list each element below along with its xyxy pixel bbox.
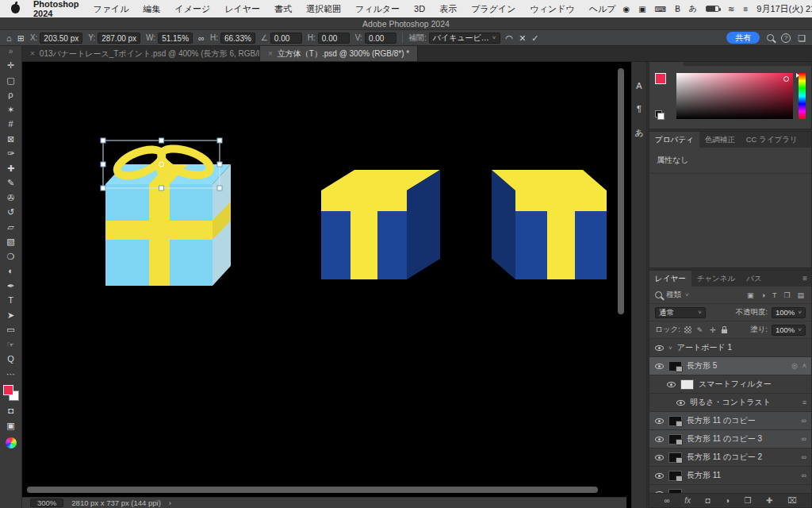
- w-value[interactable]: 51.15%: [158, 33, 193, 44]
- layer-row-partial[interactable]: [649, 485, 811, 493]
- panel-menu-icon[interactable]: ≡: [802, 271, 811, 287]
- lock-pixels-icon[interactable]: ✎: [695, 326, 705, 334]
- creative-cloud-icon[interactable]: [6, 437, 17, 448]
- angle-value[interactable]: 0.00: [270, 33, 302, 44]
- history-brush-tool[interactable]: ↺: [0, 205, 21, 220]
- control-center-icon[interactable]: ≡: [743, 5, 748, 13]
- tab-adjustments[interactable]: 色調補正: [699, 132, 741, 148]
- workspace-switcher-icon[interactable]: ❏: [798, 30, 806, 46]
- h-value[interactable]: 66.33%: [220, 33, 255, 44]
- adjustment-layer-icon[interactable]: ◑: [725, 496, 730, 505]
- lasso-tool[interactable]: ρ: [0, 87, 21, 102]
- height-field[interactable]: H: 66.33%: [210, 33, 255, 44]
- smart-filter-badge-icon[interactable]: ◎: [791, 362, 798, 370]
- width-field[interactable]: W: 51.15%: [146, 33, 193, 44]
- wifi-icon[interactable]: ≋: [728, 5, 734, 13]
- filter-options-icon[interactable]: ≡: [802, 398, 806, 406]
- link-layers-icon[interactable]: ∞: [665, 496, 670, 505]
- link-icon[interactable]: ∞: [802, 471, 806, 479]
- visibility-eye-icon[interactable]: [655, 455, 664, 460]
- menu-type[interactable]: 書式: [267, 3, 299, 15]
- collapse-tools-icon[interactable]: »: [0, 47, 21, 58]
- layer-effects-icon[interactable]: fx: [684, 496, 691, 505]
- cancel-transform-icon[interactable]: ✕: [519, 30, 526, 46]
- h-skew-field[interactable]: H: 0.00: [308, 33, 350, 44]
- crop-tool[interactable]: #: [0, 117, 21, 132]
- filter-adjustment-icon[interactable]: ◑: [759, 291, 766, 299]
- move-tool[interactable]: ✛: [0, 58, 21, 73]
- ime-icon[interactable]: あ: [689, 3, 697, 14]
- pen-tool[interactable]: ✒: [0, 279, 21, 294]
- screen-mode-icon[interactable]: ▣: [0, 418, 21, 433]
- link-icon[interactable]: ∞: [802, 435, 806, 443]
- interpolation-field[interactable]: 補間: バイキュービ… ˅: [408, 33, 500, 44]
- hand-tool[interactable]: ☞: [0, 337, 21, 352]
- layer-row-rect11[interactable]: 長方形 11 ∞: [649, 467, 811, 485]
- filter-mask-thumbnail[interactable]: [680, 379, 694, 390]
- document-tab-cube[interactable]: × 立方体（T）.psd @ 300% (RGB/8*) *: [260, 46, 418, 61]
- color-picker-dot[interactable]: [783, 76, 789, 82]
- chevron-down-icon[interactable]: ˅: [668, 344, 672, 352]
- h-skew-value[interactable]: 0.00: [318, 33, 350, 44]
- layer-row-rect5[interactable]: 長方形 5 ◎ ˄: [649, 357, 811, 375]
- filter-kind-dropdown[interactable]: 種類: [666, 290, 681, 300]
- shape-tool[interactable]: ▭: [0, 322, 21, 337]
- search-icon[interactable]: [767, 34, 774, 41]
- bw-swatch[interactable]: [655, 110, 662, 117]
- blur-tool[interactable]: ❍: [0, 249, 21, 264]
- layer-name[interactable]: スマートフィルター: [699, 379, 806, 390]
- visibility-eye-icon[interactable]: [655, 345, 664, 351]
- dodge-tool[interactable]: ◐: [0, 264, 21, 279]
- paragraph-icon[interactable]: ¶: [637, 104, 642, 114]
- layer-name[interactable]: 長方形 11 のコピー 3: [687, 433, 797, 444]
- layer-name[interactable]: 長方形 5: [687, 360, 787, 371]
- hue-slider-marker[interactable]: [796, 73, 799, 78]
- visibility-eye-icon[interactable]: [676, 400, 685, 406]
- lock-transparency-icon[interactable]: [684, 326, 691, 333]
- reference-point-icon[interactable]: ⊞: [17, 30, 25, 46]
- layer-name[interactable]: 長方形 11: [687, 470, 797, 481]
- hue-slider[interactable]: [799, 73, 806, 119]
- menu-3d[interactable]: 3D: [407, 4, 432, 13]
- screen-mirroring-icon[interactable]: ◉: [623, 5, 630, 13]
- filter-smart-icon[interactable]: ▤: [795, 291, 806, 299]
- collapse-filters-icon[interactable]: ˄: [802, 362, 806, 370]
- visibility-eye-icon[interactable]: [655, 418, 664, 424]
- y-value[interactable]: 287.00 px: [98, 33, 140, 44]
- tab-cc-libraries[interactable]: CC ライブラリ: [741, 132, 803, 148]
- quick-mask-icon[interactable]: ◘: [0, 403, 21, 418]
- healing-brush-tool[interactable]: ✚: [0, 161, 21, 176]
- vertical-scrollbar[interactable]: [618, 68, 624, 314]
- layer-name[interactable]: アートボード 1: [677, 342, 806, 353]
- layer-thumbnail[interactable]: [668, 452, 682, 463]
- new-group-icon[interactable]: ❐: [745, 496, 752, 505]
- visibility-eye-icon[interactable]: [667, 382, 676, 387]
- interpolation-dropdown[interactable]: バイキュービ… ˅: [429, 33, 500, 44]
- layer-name[interactable]: 明るさ・コントラスト: [690, 397, 798, 408]
- gradient-tool[interactable]: ▧: [0, 234, 21, 249]
- x-field[interactable]: X: 203.50 px: [30, 33, 82, 44]
- filter-pixel-icon[interactable]: ▣: [745, 291, 756, 299]
- zoom-tool[interactable]: Q: [0, 352, 21, 367]
- eyedropper-tool[interactable]: ✑: [0, 146, 21, 161]
- y-field[interactable]: Y: 287.00 px: [88, 33, 140, 44]
- layer-row-brightness-contrast[interactable]: 明るさ・コントラスト ≡: [649, 394, 811, 412]
- tab-layers[interactable]: レイヤー: [649, 271, 691, 287]
- menu-layer[interactable]: レイヤー: [217, 3, 267, 15]
- edit-toolbar-icon[interactable]: ⋯: [0, 367, 21, 382]
- foreground-color[interactable]: [3, 385, 13, 395]
- menubar-clock[interactable]: 9月17日(火) 21:38: [756, 3, 812, 15]
- menu-edit[interactable]: 編集: [136, 3, 167, 15]
- status-more-icon[interactable]: ›: [169, 498, 171, 507]
- menu-file[interactable]: ファイル: [86, 3, 136, 15]
- eraser-tool[interactable]: ▱: [0, 220, 21, 235]
- menu-filter[interactable]: フィルター: [348, 3, 407, 15]
- type-tool[interactable]: T: [0, 293, 21, 308]
- visibility-eye-icon[interactable]: [655, 473, 664, 479]
- foreground-background-swatch[interactable]: [3, 385, 19, 401]
- document-tab-banner[interactable]: × 013バナートレース_Tポイント.psd @ 400% (長方形 6, RG…: [22, 46, 260, 61]
- app-menu[interactable]: Photoshop 2024: [26, 0, 86, 18]
- keyboard-icon[interactable]: ⌨: [655, 5, 666, 13]
- link-icon[interactable]: ∞: [802, 453, 806, 461]
- layer-row-artboard[interactable]: ˅ アートボード 1: [649, 339, 811, 357]
